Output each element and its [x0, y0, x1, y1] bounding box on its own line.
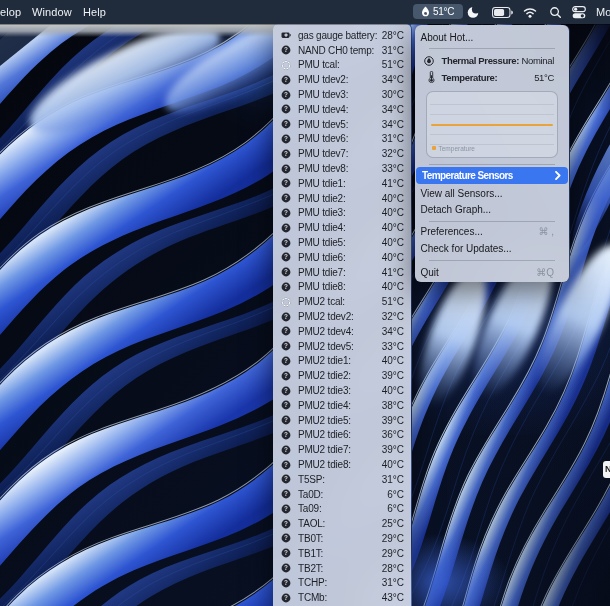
svg-text:?: ?	[284, 313, 288, 320]
svg-text:?: ?	[284, 254, 288, 261]
svg-text:?: ?	[284, 135, 288, 142]
svg-text:?: ?	[284, 328, 288, 335]
svg-text:?: ?	[284, 121, 288, 128]
svg-text:?: ?	[284, 91, 288, 98]
svg-text:?: ?	[284, 387, 288, 394]
svg-text:?: ?	[284, 535, 288, 542]
svg-text:?: ?	[284, 224, 288, 231]
svg-text:?: ?	[284, 372, 288, 379]
svg-text:?: ?	[284, 476, 288, 483]
svg-text:?: ?	[284, 564, 288, 571]
svg-text:?: ?	[284, 550, 288, 557]
svg-text:?: ?	[284, 520, 288, 527]
svg-text:?: ?	[284, 461, 288, 468]
svg-text:?: ?	[284, 505, 288, 512]
svg-text:?: ?	[284, 579, 288, 586]
svg-text:?: ?	[284, 106, 288, 113]
svg-text:?: ?	[284, 431, 288, 438]
svg-text:?: ?	[284, 594, 288, 601]
svg-text:?: ?	[284, 239, 288, 246]
svg-text:?: ?	[284, 357, 288, 364]
svg-text:?: ?	[284, 416, 288, 423]
svg-text:?: ?	[284, 76, 288, 83]
svg-text:?: ?	[284, 150, 288, 157]
svg-text:?: ?	[284, 47, 288, 54]
svg-text:?: ?	[284, 194, 288, 201]
svg-text:?: ?	[284, 490, 288, 497]
svg-text:?: ?	[284, 283, 288, 290]
svg-text:?: ?	[284, 180, 288, 187]
svg-text:?: ?	[284, 342, 288, 349]
svg-text:?: ?	[284, 165, 288, 172]
svg-text:?: ?	[284, 446, 288, 453]
svg-text:?: ?	[284, 268, 288, 275]
svg-text:?: ?	[284, 402, 288, 409]
svg-text:?: ?	[284, 209, 288, 216]
